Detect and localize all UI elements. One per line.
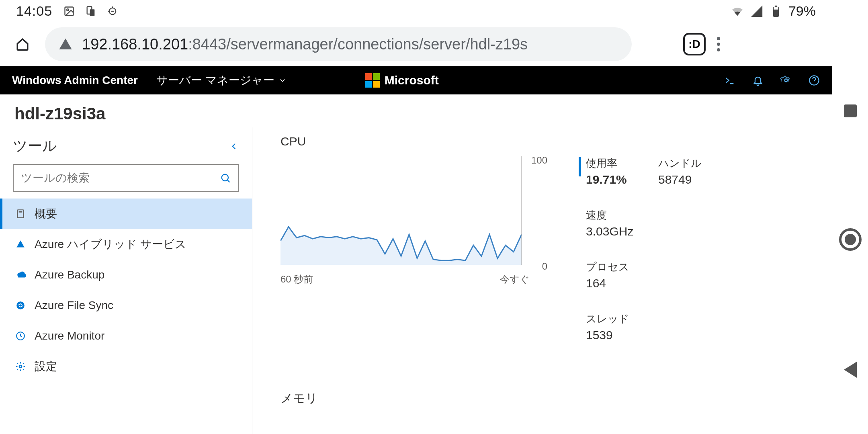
monitor-icon bbox=[14, 331, 27, 341]
power-icon bbox=[107, 6, 118, 17]
sidebar-item-azure-hybrid[interactable]: Azure ハイブリッド サービス bbox=[0, 229, 252, 260]
cell-signal-icon bbox=[750, 4, 764, 18]
svg-rect-3 bbox=[90, 9, 95, 16]
x-axis-right: 今すぐ bbox=[500, 273, 530, 286]
chevron-down-icon bbox=[278, 76, 287, 84]
y-axis-top: 100 bbox=[531, 155, 547, 166]
android-nav-rail bbox=[832, 0, 868, 434]
browser-menu-button[interactable] bbox=[717, 37, 720, 51]
svg-rect-12 bbox=[19, 211, 23, 213]
tools-search[interactable] bbox=[13, 164, 239, 192]
backup-icon bbox=[14, 270, 27, 280]
y-axis-bottom: 0 bbox=[542, 261, 547, 272]
context-dropdown[interactable]: サーバー マネージャー bbox=[156, 73, 287, 88]
cpu-chart: 100 0 60 秒前 今すぐ bbox=[280, 156, 530, 281]
devices-icon bbox=[85, 6, 96, 17]
svg-point-15 bbox=[19, 365, 22, 368]
status-left-icons bbox=[63, 6, 118, 17]
home-button[interactable] bbox=[11, 33, 34, 55]
battery-icon bbox=[769, 4, 783, 18]
wifi-icon bbox=[731, 4, 744, 18]
tabs-button[interactable]: :D bbox=[683, 33, 706, 55]
stat-processes: プロセス 164 bbox=[586, 260, 654, 290]
clock: 14:05 bbox=[16, 3, 52, 19]
search-icon bbox=[220, 172, 231, 184]
console-icon[interactable] bbox=[724, 75, 735, 86]
azure-icon bbox=[14, 239, 27, 250]
cpu-stats: 使用率 19.71% ハンドル 58749 速度 3.03GHz bbox=[586, 156, 727, 342]
tools-header: ツール bbox=[13, 136, 57, 156]
tools-search-input[interactable] bbox=[21, 172, 215, 184]
sidebar-item-label: Azure Monitor bbox=[35, 330, 104, 342]
android-back-button[interactable] bbox=[844, 362, 857, 378]
android-status-bar: 14:05 79% bbox=[0, 0, 832, 22]
sidebar-item-azure-monitor[interactable]: Azure Monitor bbox=[0, 321, 252, 351]
svg-rect-11 bbox=[17, 210, 23, 218]
sidebar-item-settings[interactable]: 設定 bbox=[0, 351, 252, 382]
android-home-button[interactable] bbox=[839, 228, 862, 251]
battery-percent: 79% bbox=[788, 3, 816, 19]
svg-point-1 bbox=[67, 9, 69, 11]
stat-handles: ハンドル 58749 bbox=[658, 156, 727, 186]
microsoft-brand: Microsoft bbox=[365, 73, 439, 88]
sidebar-item-label: Azure ハイブリッド サービス bbox=[35, 237, 186, 252]
server-title: hdl-z19si3a bbox=[0, 94, 832, 127]
x-axis-left: 60 秒前 bbox=[280, 273, 313, 286]
collapse-sidebar-icon[interactable] bbox=[229, 141, 239, 151]
memory-section-title: メモリ bbox=[280, 390, 808, 407]
filesync-icon bbox=[14, 300, 27, 311]
cpu-section-title: CPU bbox=[280, 135, 808, 148]
notifications-icon[interactable] bbox=[752, 75, 764, 86]
app-header: Windows Admin Center サーバー マネージャー Microso… bbox=[0, 66, 832, 94]
image-icon bbox=[63, 6, 75, 17]
help-icon[interactable] bbox=[809, 75, 820, 86]
product-name[interactable]: Windows Admin Center bbox=[12, 74, 138, 87]
stat-speed: 速度 3.03GHz bbox=[586, 208, 654, 238]
svg-point-8 bbox=[785, 79, 788, 82]
sidebar-item-label: 概要 bbox=[35, 206, 57, 221]
home-icon bbox=[16, 37, 29, 51]
sidebar-item-overview[interactable]: 概要 bbox=[0, 199, 252, 229]
stat-usage: 使用率 19.71% bbox=[586, 156, 654, 186]
sidebar-item-azure-filesync[interactable]: Azure File Sync bbox=[0, 290, 252, 321]
not-secure-icon bbox=[59, 37, 72, 51]
settings-icon[interactable] bbox=[780, 75, 792, 86]
url-path: :8443/servermanager/connections/server/h… bbox=[188, 36, 528, 53]
sidebar-item-label: 設定 bbox=[35, 359, 57, 374]
microsoft-logo-icon bbox=[365, 73, 380, 88]
android-overview-button[interactable] bbox=[844, 104, 857, 117]
browser-toolbar: 192.168.10.201:8443/servermanager/connec… bbox=[0, 22, 832, 66]
svg-rect-7 bbox=[774, 7, 778, 10]
overview-panel: CPU 100 0 60 秒前 今すぐ bbox=[252, 127, 832, 434]
stat-threads: スレッド 1539 bbox=[586, 312, 654, 342]
svg-point-13 bbox=[16, 301, 25, 309]
overview-icon bbox=[14, 209, 27, 219]
stat-selected-indicator bbox=[579, 157, 581, 176]
gear-icon bbox=[14, 361, 27, 372]
svg-rect-6 bbox=[775, 5, 777, 7]
sidebar-item-azure-backup[interactable]: Azure Backup bbox=[0, 260, 252, 290]
sidebar-item-label: Azure Backup bbox=[35, 268, 104, 281]
url-bar[interactable]: 192.168.10.201:8443/servermanager/connec… bbox=[45, 27, 632, 61]
tools-sidebar: ツール 概要 Azure ハイブリッド サービス Azure bbox=[0, 127, 252, 434]
url-host: 192.168.10.201 bbox=[82, 36, 188, 53]
sidebar-item-label: Azure File Sync bbox=[35, 299, 113, 312]
cpu-sparkline bbox=[280, 156, 522, 273]
svg-point-10 bbox=[222, 174, 228, 181]
